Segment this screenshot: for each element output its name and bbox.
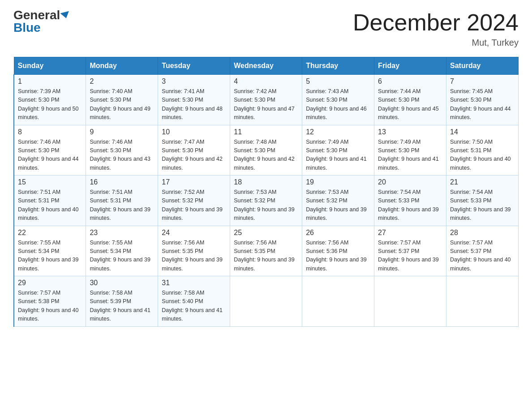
- week-row-3: 15Sunrise: 7:51 AMSunset: 5:31 PMDayligh…: [14, 176, 519, 226]
- month-title: December 2024: [353, 9, 519, 36]
- calendar-cell: 1Sunrise: 7:39 AMSunset: 5:30 PMDaylight…: [14, 75, 86, 125]
- day-info: Sunrise: 7:54 AMSunset: 5:33 PMDaylight:…: [450, 188, 515, 223]
- day-number: 25: [234, 229, 298, 237]
- calendar-cell: 24Sunrise: 7:56 AMSunset: 5:35 PMDayligh…: [158, 226, 230, 276]
- day-info: Sunrise: 7:53 AMSunset: 5:32 PMDaylight:…: [306, 188, 370, 223]
- day-number: 22: [18, 229, 82, 237]
- week-row-4: 22Sunrise: 7:55 AMSunset: 5:34 PMDayligh…: [14, 226, 519, 276]
- day-of-week-monday: Monday: [86, 57, 158, 75]
- calendar-header: SundayMondayTuesdayWednesdayThursdayFrid…: [14, 57, 519, 75]
- calendar-cell: 19Sunrise: 7:53 AMSunset: 5:32 PMDayligh…: [302, 176, 374, 226]
- calendar-cell: 20Sunrise: 7:54 AMSunset: 5:33 PMDayligh…: [374, 176, 446, 226]
- day-number: 29: [18, 279, 82, 287]
- day-info: Sunrise: 7:45 AMSunset: 5:30 PMDaylight:…: [450, 87, 515, 122]
- calendar-cell: 7Sunrise: 7:45 AMSunset: 5:30 PMDaylight…: [446, 75, 519, 125]
- day-number: 3: [162, 77, 226, 86]
- day-number: 31: [162, 279, 226, 287]
- day-number: 26: [306, 229, 370, 237]
- day-info: Sunrise: 7:57 AMSunset: 5:38 PMDaylight:…: [18, 289, 82, 324]
- page-header: General Blue December 2024 Mut, Turkey: [13, 9, 519, 48]
- day-info: Sunrise: 7:56 AMSunset: 5:35 PMDaylight:…: [162, 239, 226, 274]
- logo-general-text: General: [13, 9, 60, 21]
- day-info: Sunrise: 7:54 AMSunset: 5:33 PMDaylight:…: [378, 188, 442, 223]
- day-of-week-friday: Friday: [374, 57, 446, 75]
- day-info: Sunrise: 7:52 AMSunset: 5:32 PMDaylight:…: [162, 188, 226, 223]
- calendar-cell: 4Sunrise: 7:42 AMSunset: 5:30 PMDaylight…: [230, 75, 302, 125]
- day-info: Sunrise: 7:53 AMSunset: 5:32 PMDaylight:…: [234, 188, 298, 223]
- calendar-cell: 22Sunrise: 7:55 AMSunset: 5:34 PMDayligh…: [14, 226, 86, 276]
- day-info: Sunrise: 7:50 AMSunset: 5:31 PMDaylight:…: [450, 138, 515, 173]
- calendar-cell: 13Sunrise: 7:49 AMSunset: 5:30 PMDayligh…: [374, 125, 446, 176]
- day-info: Sunrise: 7:57 AMSunset: 5:37 PMDaylight:…: [378, 239, 442, 274]
- day-number: 10: [162, 128, 226, 136]
- day-info: Sunrise: 7:57 AMSunset: 5:37 PMDaylight:…: [450, 239, 515, 274]
- day-number: 7: [450, 77, 515, 86]
- calendar-cell: [302, 276, 374, 327]
- week-row-2: 8Sunrise: 7:46 AMSunset: 5:30 PMDaylight…: [14, 125, 519, 176]
- day-number: 23: [90, 229, 154, 237]
- logo-triangle-icon: [60, 11, 71, 20]
- week-row-5: 29Sunrise: 7:57 AMSunset: 5:38 PMDayligh…: [14, 276, 519, 327]
- day-number: 17: [162, 178, 226, 186]
- calendar-cell: 8Sunrise: 7:46 AMSunset: 5:30 PMDaylight…: [14, 125, 86, 176]
- logo: General Blue: [13, 9, 70, 34]
- calendar-cell: 9Sunrise: 7:46 AMSunset: 5:30 PMDaylight…: [86, 125, 158, 176]
- day-number: 20: [378, 178, 442, 186]
- day-number: 28: [450, 229, 515, 237]
- day-info: Sunrise: 7:44 AMSunset: 5:30 PMDaylight:…: [378, 87, 442, 122]
- day-info: Sunrise: 7:56 AMSunset: 5:35 PMDaylight:…: [234, 239, 298, 274]
- day-of-week-thursday: Thursday: [302, 57, 374, 75]
- day-number: 14: [450, 128, 515, 136]
- calendar-cell: 29Sunrise: 7:57 AMSunset: 5:38 PMDayligh…: [14, 276, 86, 327]
- day-number: 21: [450, 178, 515, 186]
- calendar-cell: 12Sunrise: 7:49 AMSunset: 5:30 PMDayligh…: [302, 125, 374, 176]
- calendar-cell: 10Sunrise: 7:47 AMSunset: 5:30 PMDayligh…: [158, 125, 230, 176]
- calendar-cell: 18Sunrise: 7:53 AMSunset: 5:32 PMDayligh…: [230, 176, 302, 226]
- day-number: 16: [90, 178, 154, 186]
- calendar-cell: 27Sunrise: 7:57 AMSunset: 5:37 PMDayligh…: [374, 226, 446, 276]
- day-info: Sunrise: 7:55 AMSunset: 5:34 PMDaylight:…: [90, 239, 154, 274]
- day-number: 6: [378, 77, 442, 86]
- day-number: 24: [162, 229, 226, 237]
- day-number: 5: [306, 77, 370, 86]
- day-info: Sunrise: 7:46 AMSunset: 5:30 PMDaylight:…: [90, 138, 154, 173]
- day-info: Sunrise: 7:58 AMSunset: 5:39 PMDaylight:…: [90, 289, 154, 324]
- calendar-cell: 28Sunrise: 7:57 AMSunset: 5:37 PMDayligh…: [446, 226, 519, 276]
- day-number: 1: [18, 77, 82, 86]
- day-info: Sunrise: 7:49 AMSunset: 5:30 PMDaylight:…: [378, 138, 442, 173]
- calendar-cell: 6Sunrise: 7:44 AMSunset: 5:30 PMDaylight…: [374, 75, 446, 125]
- day-number: 9: [90, 128, 154, 136]
- day-number: 12: [306, 128, 370, 136]
- day-info: Sunrise: 7:49 AMSunset: 5:30 PMDaylight:…: [306, 138, 370, 173]
- day-of-week-wednesday: Wednesday: [230, 57, 302, 75]
- calendar-cell: [374, 276, 446, 327]
- day-info: Sunrise: 7:48 AMSunset: 5:30 PMDaylight:…: [234, 138, 298, 173]
- week-row-1: 1Sunrise: 7:39 AMSunset: 5:30 PMDaylight…: [14, 75, 519, 125]
- calendar-cell: [446, 276, 519, 327]
- day-info: Sunrise: 7:58 AMSunset: 5:40 PMDaylight:…: [162, 289, 226, 324]
- calendar-cell: 3Sunrise: 7:41 AMSunset: 5:30 PMDaylight…: [158, 75, 230, 125]
- day-number: 27: [378, 229, 442, 237]
- day-of-week-sunday: Sunday: [14, 57, 86, 75]
- calendar-cell: 30Sunrise: 7:58 AMSunset: 5:39 PMDayligh…: [86, 276, 158, 327]
- day-info: Sunrise: 7:41 AMSunset: 5:30 PMDaylight:…: [162, 87, 226, 122]
- calendar-cell: 15Sunrise: 7:51 AMSunset: 5:31 PMDayligh…: [14, 176, 86, 226]
- day-info: Sunrise: 7:39 AMSunset: 5:30 PMDaylight:…: [18, 87, 82, 122]
- days-of-week-row: SundayMondayTuesdayWednesdayThursdayFrid…: [14, 57, 519, 75]
- day-number: 30: [90, 279, 154, 287]
- location: Mut, Turkey: [353, 38, 519, 48]
- calendar-cell: 5Sunrise: 7:43 AMSunset: 5:30 PMDaylight…: [302, 75, 374, 125]
- day-info: Sunrise: 7:56 AMSunset: 5:36 PMDaylight:…: [306, 239, 370, 274]
- day-number: 18: [234, 178, 298, 186]
- day-info: Sunrise: 7:51 AMSunset: 5:31 PMDaylight:…: [18, 188, 82, 223]
- day-number: 13: [378, 128, 442, 136]
- calendar-cell: 11Sunrise: 7:48 AMSunset: 5:30 PMDayligh…: [230, 125, 302, 176]
- header-right: December 2024 Mut, Turkey: [353, 9, 519, 48]
- day-number: 2: [90, 77, 154, 86]
- day-number: 4: [234, 77, 298, 86]
- calendar-cell: [230, 276, 302, 327]
- calendar-cell: 16Sunrise: 7:51 AMSunset: 5:31 PMDayligh…: [86, 176, 158, 226]
- calendar-cell: 17Sunrise: 7:52 AMSunset: 5:32 PMDayligh…: [158, 176, 230, 226]
- calendar-cell: 23Sunrise: 7:55 AMSunset: 5:34 PMDayligh…: [86, 226, 158, 276]
- day-number: 19: [306, 178, 370, 186]
